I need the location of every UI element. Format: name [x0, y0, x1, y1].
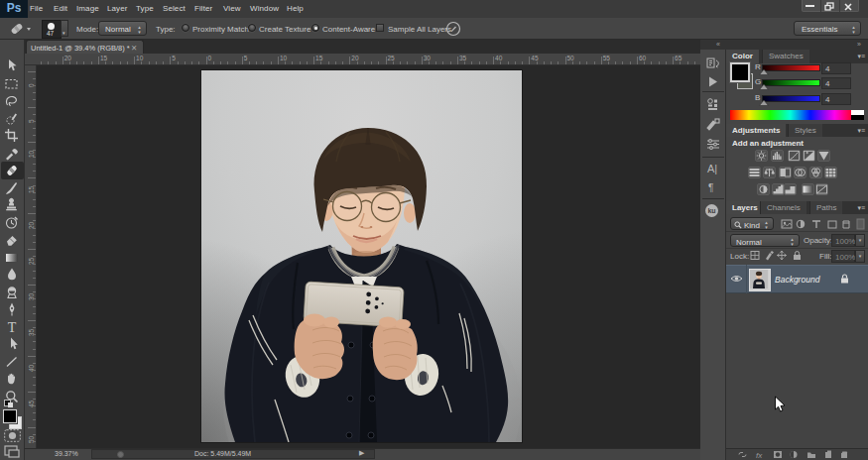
- svg-text:T: T: [8, 320, 17, 335]
- svg-text:fx: fx: [756, 451, 763, 460]
